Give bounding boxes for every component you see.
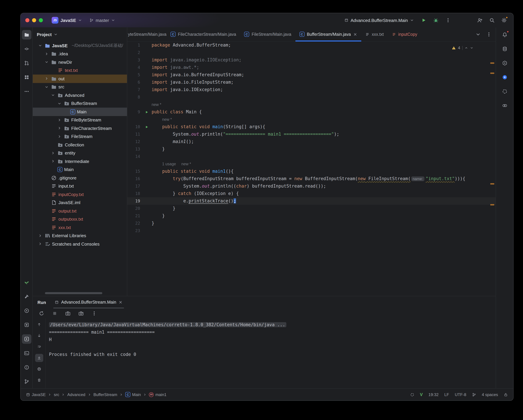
tab-inputcopy[interactable]: inputCopy <box>388 27 421 41</box>
dump-threads-button[interactable] <box>64 309 72 317</box>
run-config-selector[interactable]: Advanced.BufferStream.Main <box>343 17 416 24</box>
warning-stripe-mark[interactable] <box>490 72 494 74</box>
zoom-window-button[interactable] <box>39 18 43 22</box>
scroll-to-end-button[interactable] <box>35 354 43 362</box>
tree-item-gitignore[interactable]: .gitignore <box>33 174 127 182</box>
chevron-right-icon[interactable] <box>57 135 62 139</box>
version-control-tool[interactable] <box>22 377 31 386</box>
chevron-down-icon[interactable] <box>50 93 56 97</box>
chevron-right-icon[interactable] <box>50 151 56 155</box>
tree-item-src[interactable]: src <box>33 83 127 91</box>
structure-tool[interactable] <box>22 72 31 82</box>
tree-item-out[interactable]: out <box>33 75 127 83</box>
tab-list-dropdown-icon[interactable] <box>475 32 481 37</box>
tree-item-javase[interactable]: JavaSE~/Desktop/CS/JavaSE基础/ <box>33 41 127 50</box>
branch-widget[interactable]: master <box>88 17 117 24</box>
tab-options-icon[interactable] <box>486 32 492 37</box>
coverage-tool[interactable] <box>22 320 31 330</box>
code-vision-hint[interactable]: new * <box>152 101 161 108</box>
breadcrumb-item-bufferstream[interactable]: BufferStream <box>93 392 117 397</box>
next-problem-icon[interactable] <box>470 46 473 50</box>
code-with-me-button[interactable] <box>475 16 484 25</box>
code-vision-hint[interactable]: new * <box>162 116 172 123</box>
run-tool[interactable] <box>22 334 31 344</box>
collaboration-tool[interactable] <box>500 101 509 110</box>
tab-ytestream-main-java[interactable]: yteStream/Main.java <box>127 27 166 41</box>
clear-console-button[interactable] <box>35 376 43 384</box>
warning-stripe-mark[interactable] <box>490 204 494 206</box>
problems-tool[interactable] <box>22 363 31 372</box>
ai-assistant-tool[interactable] <box>500 72 509 82</box>
project-tool[interactable] <box>22 30 31 40</box>
tree-item-idea[interactable]: .idea <box>33 50 127 58</box>
soft-wrap-button[interactable] <box>35 343 43 351</box>
inspections-widget[interactable]: 4 <box>450 44 475 52</box>
console-output[interactable]: /Users/eve/Library/Java/JavaVirtualMachi… <box>46 318 496 388</box>
dependencies-tool[interactable] <box>500 58 509 68</box>
chevron-right-icon[interactable] <box>37 234 43 238</box>
breadcrumb-item-main[interactable]: Main <box>125 392 141 397</box>
tree-item-xxx-txt[interactable]: xxx.txt <box>33 223 127 232</box>
tree-item-text-txt[interactable]: text.txt <box>33 66 127 75</box>
breadcrumb-item-main1[interactable]: main1 <box>149 392 166 397</box>
tree-item-advanced[interactable]: Advanced <box>33 91 127 99</box>
ai-plugin-status[interactable] <box>410 393 414 396</box>
chatgpt-tool[interactable] <box>500 87 509 96</box>
tree-item-javase-iml[interactable]: JavaSE.iml <box>33 198 127 207</box>
close-tab-icon[interactable] <box>353 32 357 36</box>
debug-button[interactable] <box>432 16 440 25</box>
chevron-right-icon[interactable] <box>50 159 56 163</box>
run-gutter-button[interactable] <box>141 108 152 116</box>
tree-item-output-txt[interactable]: output.txt <box>33 207 127 215</box>
ideavim-status[interactable]: V <box>420 392 423 397</box>
run-tab[interactable]: Advanced.BufferStream.Main <box>54 296 124 308</box>
close-icon[interactable] <box>119 300 123 304</box>
prev-problem-icon[interactable] <box>465 46 468 50</box>
tree-item-main[interactable]: Main <box>33 108 127 116</box>
indent-widget[interactable]: 4 spaces <box>482 392 498 397</box>
tree-item-outputxxx-txt[interactable]: outputxxx.txt <box>33 215 127 223</box>
chevron-right-icon[interactable] <box>57 118 62 122</box>
run-button[interactable] <box>419 16 428 25</box>
chevron-down-icon[interactable] <box>57 102 62 106</box>
print-console-button[interactable] <box>35 365 43 373</box>
run-line-icon[interactable] <box>145 110 148 114</box>
writable-status[interactable] <box>504 393 508 396</box>
settings-button[interactable] <box>500 16 508 25</box>
rerun-button[interactable] <box>37 309 46 317</box>
project-panel-header[interactable]: Project <box>33 27 127 41</box>
run-line-icon[interactable] <box>145 125 148 129</box>
minimize-window-button[interactable] <box>32 18 36 22</box>
project-widget[interactable]: JS JavaSE <box>50 16 84 25</box>
tab-bufferstream-main-java[interactable]: BufferStream/Main.java <box>295 27 361 41</box>
build-tool[interactable] <box>22 292 31 301</box>
tree-item-entity[interactable]: entity <box>33 149 127 157</box>
tree-item-filebytestream[interactable]: FileByteStream <box>33 116 127 124</box>
run-gutter-button[interactable] <box>141 123 152 131</box>
more-tool-windows[interactable] <box>22 87 31 96</box>
console-more-options-button[interactable] <box>90 309 98 317</box>
horizontal-scrollbar[interactable] <box>45 292 102 294</box>
chevron-down-icon[interactable] <box>37 44 43 48</box>
tree-item-intermediate[interactable]: Intermediate <box>33 157 127 166</box>
vcs-widget[interactable] <box>472 393 476 396</box>
tree-item-newdir[interactable]: newDir <box>33 58 127 66</box>
chevron-down-icon[interactable] <box>44 85 49 89</box>
chevron-right-icon[interactable] <box>44 52 49 56</box>
breadcrumb-item-src[interactable]: src <box>54 392 59 397</box>
terminal-tool[interactable] <box>22 349 31 358</box>
chevron-right-icon[interactable] <box>57 126 62 130</box>
tree-item-input-txt[interactable]: input.txt <box>33 182 127 190</box>
tree-item-external-libraries[interactable]: External Libraries <box>33 232 127 240</box>
tab-filestream-main-java[interactable]: FileStream/Main.java <box>240 27 295 41</box>
line-separator[interactable]: LF <box>444 392 449 397</box>
tree-item-scratches-and-consoles[interactable]: Scratches and Consoles <box>33 240 127 248</box>
next-occurrence-button[interactable] <box>35 332 43 340</box>
chevron-down-icon[interactable] <box>44 60 49 64</box>
prev-occurrence-button[interactable] <box>35 320 43 329</box>
tab-xxx-txt[interactable]: xxx.txt <box>361 27 388 41</box>
warning-stripe-mark[interactable] <box>490 183 494 184</box>
cursor-position[interactable]: 19:32 <box>428 392 439 397</box>
warning-stripe-mark[interactable] <box>490 63 494 64</box>
code-vision-hint[interactable]: new * <box>181 160 191 168</box>
